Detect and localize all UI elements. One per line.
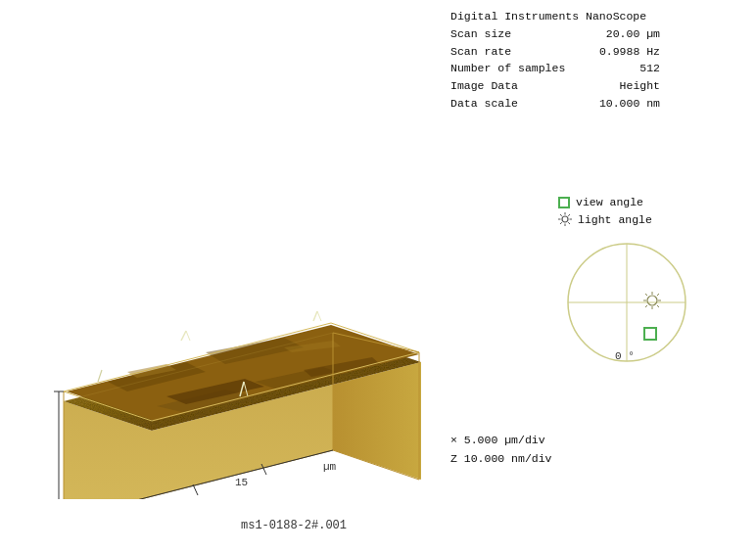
angle-circle-svg: 0 °	[558, 234, 695, 371]
spike-1b	[186, 331, 190, 341]
svg-line-7	[568, 214, 570, 216]
light-angle-label: light angle	[578, 213, 652, 226]
svg-line-6	[568, 222, 570, 224]
svg-line-5	[560, 214, 562, 216]
num-samples-value: 512	[582, 60, 660, 77]
info-block: Digital Instruments NanoScope Scan size …	[450, 8, 660, 113]
scan-rate-label: Scan rate	[450, 43, 578, 61]
num-samples-label: Number of samples	[450, 60, 578, 77]
light-angle-icon	[558, 212, 572, 226]
surface-area: 5 10 15 µm	[10, 29, 460, 499]
spike-4	[98, 370, 102, 382]
image-data-value: Height	[582, 77, 660, 95]
unit-label: µm	[323, 461, 337, 473]
view-angle-label: view angle	[576, 196, 643, 208]
surface-svg: 5 10 15 µm	[10, 29, 460, 499]
scan-size-label: Scan size	[450, 25, 578, 43]
x-label-15: 15	[235, 477, 248, 488]
angle-circle-container: 0 °	[558, 234, 695, 371]
scale-info: × 5.000 µm/div Z 10.000 nm/div	[450, 431, 552, 469]
sun-center	[647, 296, 657, 305]
view-angle-box	[644, 328, 656, 340]
svg-point-0	[562, 216, 568, 222]
data-scale-value: 10.000 nm	[582, 95, 660, 113]
sun-ray-br	[657, 305, 659, 307]
angle-panel: view angle light angle	[558, 196, 734, 371]
x-tick-10	[193, 484, 198, 495]
data-scale-label: Data scale	[450, 95, 578, 113]
scan-size-value: 20.00 µm	[582, 25, 660, 43]
spike-2b	[317, 311, 321, 321]
main-container: Digital Instruments NanoScope Scan size …	[0, 0, 756, 552]
sun-ray-bl	[645, 305, 647, 307]
sun-ray-tr	[657, 294, 659, 296]
view-angle-legend: view angle	[558, 196, 734, 208]
spike-2	[313, 311, 317, 321]
z-scale: Z 10.000 nm/div	[450, 449, 552, 469]
filename: ms1-0188-2#.001	[196, 519, 392, 532]
image-data-label: Image Data	[450, 77, 578, 95]
scan-rate-value: 0.9988 Hz	[582, 43, 660, 61]
svg-line-8	[560, 222, 562, 224]
x-label-10: 10	[166, 498, 179, 499]
title-label: Digital Instruments NanoScope	[450, 8, 646, 25]
x-scale: × 5.000 µm/div	[450, 431, 552, 450]
degree-label: 0 °	[615, 350, 635, 362]
spike-1	[181, 331, 186, 341]
sun-ray-tl	[645, 294, 647, 296]
view-angle-icon	[558, 197, 570, 208]
light-angle-legend: light angle	[558, 212, 734, 226]
